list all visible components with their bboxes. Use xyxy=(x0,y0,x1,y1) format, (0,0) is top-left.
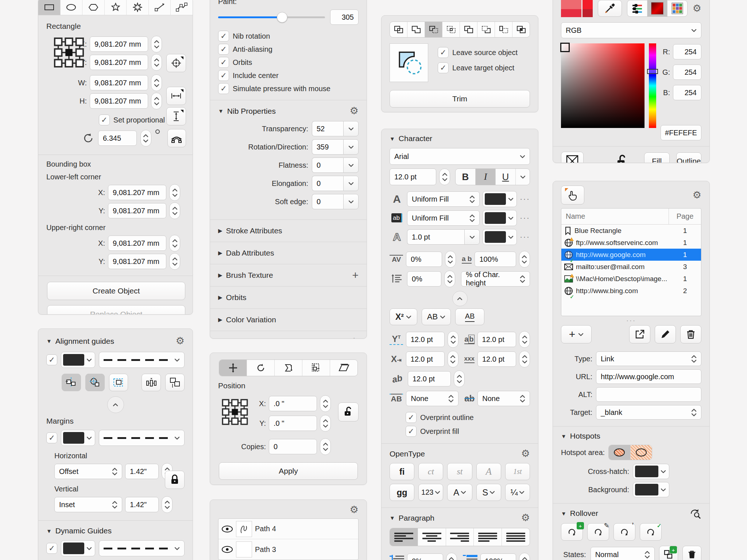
char-background-color-select[interactable] xyxy=(483,210,517,226)
combine-width-stepper[interactable] xyxy=(519,331,530,348)
apply-rollover-button[interactable]: ✓ xyxy=(640,523,662,541)
scale-stepper[interactable] xyxy=(519,351,530,368)
orbits-checkbox[interactable]: ✓ xyxy=(218,57,229,68)
bold-button[interactable]: B xyxy=(456,169,476,185)
delete-link-button[interactable] xyxy=(680,325,701,343)
copies-input[interactable]: 0 xyxy=(269,439,317,454)
ot-swash-button[interactable]: A xyxy=(476,463,501,480)
transparency-combo[interactable]: 52 xyxy=(312,121,359,136)
no-color-button[interactable] xyxy=(561,152,584,163)
section-color-variation[interactable]: ▶Color Variation xyxy=(210,308,367,331)
flatness-value[interactable]: 0 xyxy=(312,158,343,173)
caps-button[interactable]: AB xyxy=(422,308,451,325)
tab-ellipse[interactable] xyxy=(61,0,83,15)
overline-select[interactable]: None xyxy=(406,391,458,406)
ot-case-button[interactable]: A xyxy=(447,484,472,501)
align-left-button[interactable] xyxy=(390,528,418,546)
justify-button[interactable] xyxy=(474,528,502,546)
fit-text-button[interactable]: AB xyxy=(455,308,484,325)
tab-star[interactable] xyxy=(105,0,127,15)
h-stepper[interactable] xyxy=(151,93,162,109)
tab-position[interactable] xyxy=(219,360,247,376)
y-stepper[interactable] xyxy=(151,54,162,71)
color-field-cursor[interactable] xyxy=(560,43,570,52)
b-input[interactable]: 254 xyxy=(673,85,701,100)
alignment-line-style-select[interactable] xyxy=(99,352,185,368)
visibility-eye-icon[interactable] xyxy=(221,546,233,553)
background-color-select[interactable] xyxy=(633,482,669,497)
states-select[interactable]: Normal xyxy=(591,547,655,560)
nib-rotation-checkbox[interactable]: ✓ xyxy=(218,31,229,42)
collapse-triangle-icon[interactable]: ▼ xyxy=(218,108,224,114)
rotation-direction-value[interactable]: 359 xyxy=(312,139,343,155)
duplicate-object-button[interactable]: + xyxy=(659,546,678,560)
collapse-section-button[interactable] xyxy=(452,291,468,306)
dropdown-button[interactable] xyxy=(343,121,359,136)
link-row[interactable]: Blue Rectangle 1 xyxy=(561,225,701,237)
dynamic-line-style-select[interactable] xyxy=(99,540,185,556)
ur-y-stepper[interactable] xyxy=(169,253,180,270)
combine-width-input[interactable]: 12.0 pt xyxy=(477,332,516,347)
open-link-button[interactable] xyxy=(629,325,650,343)
dynamic-guides-checkbox[interactable]: ✓ xyxy=(46,543,57,554)
visibility-eye-icon[interactable] xyxy=(221,525,233,533)
replace-object-button[interactable]: Replace Object xyxy=(47,305,185,315)
intersect-button[interactable] xyxy=(442,22,460,37)
path-row[interactable]: Path 3 xyxy=(218,539,358,560)
hotspot-box-button[interactable] xyxy=(631,445,652,460)
font-size-stepper[interactable] xyxy=(439,168,450,185)
ll-y-stepper[interactable] xyxy=(169,202,180,219)
cross-hatch-color-select[interactable] xyxy=(633,464,669,479)
strikethrough-select[interactable]: None xyxy=(477,391,530,406)
outline-button[interactable]: Outline xyxy=(676,152,702,163)
hotspot-pointer-button[interactable] xyxy=(561,186,584,205)
collapse-triangle-icon[interactable]: ▼ xyxy=(561,510,566,517)
color-palettes-view-button[interactable] xyxy=(667,0,687,16)
dropdown-button[interactable] xyxy=(343,176,359,191)
width-measure-button[interactable] xyxy=(166,87,186,105)
char-rotation-input[interactable]: 12.0 pt xyxy=(408,371,451,386)
weld-button[interactable] xyxy=(390,22,407,37)
set-proportional-checkbox[interactable]: ✓ xyxy=(99,114,110,125)
hue-slider[interactable] xyxy=(649,43,656,128)
scale-input[interactable]: 12.0 pt xyxy=(477,351,516,367)
section-dab-attributes[interactable]: ▶Dab Attributes xyxy=(210,242,367,264)
underline-button[interactable]: U xyxy=(496,169,516,185)
column-header-page[interactable]: Page xyxy=(672,212,698,221)
superscript-button[interactable]: X² xyxy=(390,308,417,325)
anchor-grid-icon[interactable] xyxy=(53,36,85,69)
color-sliders-view-button[interactable] xyxy=(627,0,647,16)
ll-y-input[interactable]: 9,081.207 mm xyxy=(108,203,166,218)
elongation-value[interactable]: 0 xyxy=(312,176,343,191)
ot-discretionary-ligature-button[interactable]: ct xyxy=(418,463,443,480)
simplify-button[interactable] xyxy=(460,22,477,37)
front-minus-back-button[interactable] xyxy=(477,22,495,37)
alignment-color-select[interactable] xyxy=(61,352,95,368)
eyedropper-button[interactable] xyxy=(598,0,622,17)
margin-guides-button[interactable] xyxy=(165,374,185,391)
link-row[interactable]: \\Mac\Home\Desctop\image... 1 xyxy=(561,273,701,285)
add-texture-button[interactable]: + xyxy=(352,269,359,281)
char-width-stepper[interactable] xyxy=(519,251,530,268)
fill-more-button[interactable]: ··· xyxy=(520,194,530,204)
edit-rollover-button[interactable]: ✎ xyxy=(587,523,609,541)
align-selection-toggle[interactable] xyxy=(109,374,128,391)
rotation-stepper[interactable] xyxy=(140,130,151,147)
align-right-button[interactable] xyxy=(446,528,474,546)
alt-input[interactable] xyxy=(596,387,701,402)
leave-target-checkbox[interactable]: ✓ xyxy=(438,62,449,73)
edit-link-button[interactable] xyxy=(655,325,676,343)
elongation-combo[interactable]: 0 xyxy=(312,176,359,191)
simulate-pressure-checkbox[interactable]: ✓ xyxy=(218,83,229,94)
apply-button[interactable]: Apply xyxy=(219,462,358,480)
ur-x-input[interactable]: 9,081.207 mm xyxy=(108,236,166,251)
duplicate-state-button[interactable]: ’ xyxy=(614,523,635,541)
hue-slider-handle[interactable] xyxy=(647,69,658,74)
vertical-mode-select[interactable]: Inset xyxy=(54,497,122,512)
margins-checkbox[interactable]: ✓ xyxy=(46,432,57,443)
align-center-button[interactable] xyxy=(418,528,446,546)
x-stepper[interactable] xyxy=(151,36,162,52)
tab-polygon[interactable] xyxy=(82,0,105,15)
ot-alternates-button[interactable]: gg xyxy=(390,484,414,501)
dynamic-color-select[interactable] xyxy=(61,540,95,556)
